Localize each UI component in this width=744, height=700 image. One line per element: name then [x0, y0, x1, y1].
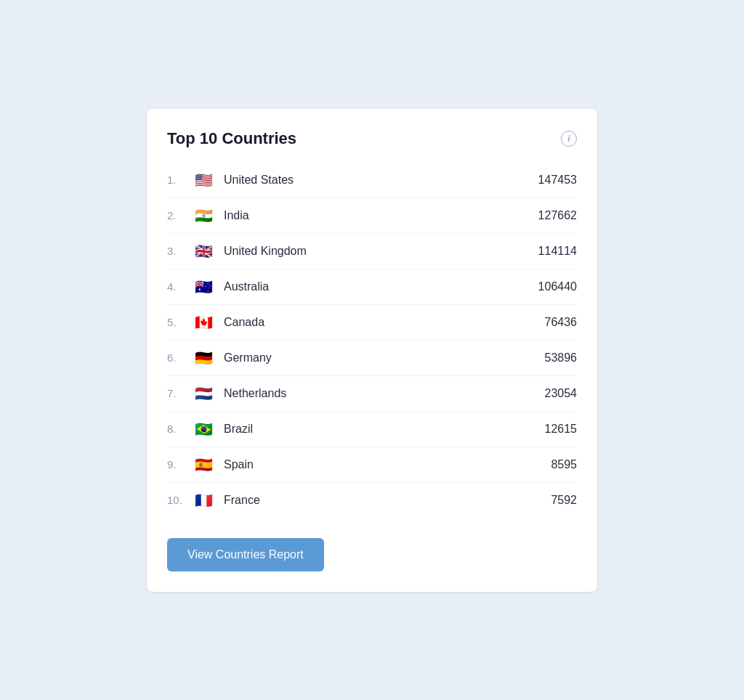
country-name: Australia	[224, 280, 538, 293]
rank-number: 2.	[167, 209, 193, 221]
card-footer: View Countries Report	[167, 535, 577, 571]
country-flag: 🇧🇷	[193, 422, 214, 436]
country-value: 106440	[538, 280, 577, 293]
country-name: Germany	[224, 351, 545, 365]
rank-number: 9.	[167, 458, 193, 471]
country-flag: 🇪🇸	[193, 457, 214, 472]
country-name: United Kingdom	[224, 245, 538, 258]
country-value: 76436	[545, 316, 578, 329]
card-title: Top 10 Countries	[167, 129, 296, 148]
country-value: 53896	[545, 351, 578, 365]
list-item: 2. 🇮🇳 India 127662	[167, 198, 577, 234]
country-value: 7592	[551, 494, 577, 507]
country-value: 147453	[538, 174, 577, 187]
rank-number: 8.	[167, 423, 193, 435]
country-value: 23054	[545, 387, 578, 400]
country-name: United States	[224, 174, 538, 187]
country-flag: 🇳🇱	[193, 386, 214, 401]
list-item: 6. 🇩🇪 Germany 53896	[167, 341, 577, 376]
country-flag: 🇦🇺	[193, 280, 214, 294]
info-icon[interactable]: i	[561, 131, 577, 147]
rank-number: 1.	[167, 174, 193, 186]
country-name: Netherlands	[224, 387, 545, 400]
country-name: India	[224, 209, 538, 222]
country-list: 1. 🇺🇸 United States 147453 2. 🇮🇳 India 1…	[167, 163, 577, 518]
country-name: France	[224, 494, 551, 507]
card-header: Top 10 Countries i	[167, 129, 577, 148]
list-item: 1. 🇺🇸 United States 147453	[167, 163, 577, 198]
rank-number: 3.	[167, 245, 193, 257]
country-flag: 🇩🇪	[193, 351, 214, 365]
country-flag: 🇬🇧	[193, 244, 214, 259]
country-flag: 🇺🇸	[193, 173, 214, 187]
country-flag: 🇮🇳	[193, 208, 214, 223]
countries-card: Top 10 Countries i 1. 🇺🇸 United States 1…	[147, 109, 597, 592]
country-value: 8595	[551, 458, 577, 471]
list-item: 5. 🇨🇦 Canada 76436	[167, 305, 577, 341]
rank-number: 4.	[167, 280, 193, 293]
country-flag: 🇫🇷	[193, 493, 214, 508]
country-name: Canada	[224, 316, 545, 329]
rank-number: 5.	[167, 316, 193, 328]
country-name: Brazil	[224, 423, 545, 436]
view-report-button[interactable]: View Countries Report	[167, 538, 324, 571]
list-item: 8. 🇧🇷 Brazil 12615	[167, 412, 577, 447]
country-flag: 🇨🇦	[193, 315, 214, 330]
country-value: 127662	[538, 209, 577, 222]
country-name: Spain	[224, 458, 551, 471]
rank-number: 10.	[167, 494, 193, 506]
list-item: 7. 🇳🇱 Netherlands 23054	[167, 376, 577, 412]
rank-number: 6.	[167, 351, 193, 364]
country-value: 12615	[545, 423, 578, 436]
list-item: 3. 🇬🇧 United Kingdom 114114	[167, 234, 577, 269]
rank-number: 7.	[167, 387, 193, 399]
list-item: 4. 🇦🇺 Australia 106440	[167, 269, 577, 305]
list-item: 9. 🇪🇸 Spain 8595	[167, 447, 577, 483]
country-value: 114114	[538, 245, 577, 258]
list-item: 10. 🇫🇷 France 7592	[167, 483, 577, 518]
